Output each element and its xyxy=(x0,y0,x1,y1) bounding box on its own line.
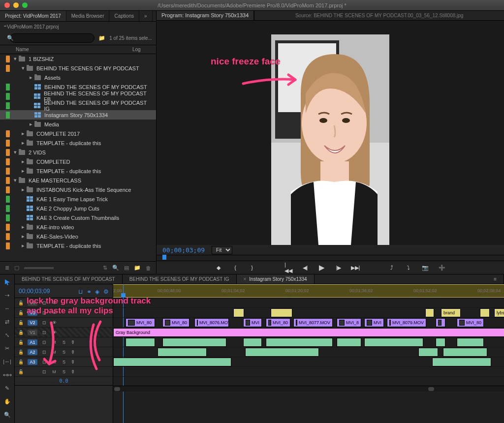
label-chip[interactable] xyxy=(6,224,10,231)
icon-view-icon[interactable]: ▢ xyxy=(14,265,19,271)
tree-row[interactable]: ▸COMPLETE 2017 xyxy=(0,129,156,138)
clip[interactable] xyxy=(425,308,434,317)
clip[interactable] xyxy=(245,348,319,357)
timeline-tab[interactable]: ×Instagram Story 750x1334 xyxy=(237,274,315,284)
clip[interactable]: MVI_80 xyxy=(457,318,484,327)
lock-icon[interactable]: 🔓 xyxy=(18,300,24,306)
find-icon[interactable]: 🔍 xyxy=(112,265,119,271)
label-chip[interactable] xyxy=(6,186,10,193)
step-back-icon[interactable]: ◀| xyxy=(301,264,309,272)
link-icon[interactable]: ⚭ xyxy=(87,288,92,294)
disclosure-icon[interactable]: ▸ xyxy=(21,242,26,249)
track-target[interactable]: A2 xyxy=(28,349,37,355)
tree-row[interactable]: KAE 3 Create Custom Thumbnails xyxy=(0,213,156,222)
new-bin-footer-icon[interactable]: 📁 xyxy=(134,265,141,271)
tree-row[interactable]: ▾2 VIDS xyxy=(0,148,156,157)
step-fwd-icon[interactable]: |▶ xyxy=(335,264,343,272)
clip[interactable] xyxy=(418,348,438,357)
sync-lock-icon[interactable]: ⊡ xyxy=(41,310,47,316)
clip[interactable] xyxy=(126,338,155,347)
sync-lock-icon[interactable]: ⊡ xyxy=(41,320,47,326)
label-chip[interactable] xyxy=(6,177,10,184)
new-item-icon[interactable]: ▤ xyxy=(124,265,129,271)
project-tab[interactable]: Media Browser xyxy=(66,11,110,21)
trash-icon[interactable]: 🗑 xyxy=(146,265,151,271)
sort-icon[interactable]: ⇅ xyxy=(103,265,107,271)
tree-row[interactable]: BEHIND THE SCENES OF MY PODCAST IG xyxy=(0,101,156,110)
zoom-slider[interactable] xyxy=(24,267,54,269)
label-chip[interactable] xyxy=(6,140,10,147)
list-view-icon[interactable]: ≣ xyxy=(5,265,9,271)
disclosure-icon[interactable]: ▾ xyxy=(13,149,18,155)
snap-icon[interactable]: ⊔ xyxy=(78,288,84,294)
time-ruler[interactable]: 2;0000;00;48;0000;01;04;0200;01;20;0200;… xyxy=(113,284,504,298)
label-chip[interactable] xyxy=(6,93,10,100)
mute-icon[interactable]: M xyxy=(51,369,57,375)
track-header[interactable]: 🔓A2⊡MS🎙 xyxy=(15,347,113,357)
slide-tool-icon[interactable]: ↤↦ xyxy=(3,370,12,379)
track-header[interactable]: 🔒V1⊡👁 xyxy=(15,328,113,337)
sync-lock-icon[interactable]: ⊡ xyxy=(41,369,47,375)
label-chip[interactable] xyxy=(6,242,10,249)
close-window-icon[interactable] xyxy=(4,2,10,8)
clip[interactable]: Gray Background xyxy=(113,328,504,337)
clip[interactable]: MVI_8077.MOV xyxy=(293,318,333,327)
disclosure-icon[interactable]: ▸ xyxy=(21,130,26,137)
solo-icon[interactable]: S xyxy=(61,339,67,345)
tree-row[interactable]: ▸Media xyxy=(0,120,156,129)
selection-tool-icon[interactable] xyxy=(3,277,12,286)
label-chip[interactable] xyxy=(6,84,10,91)
track-header[interactable]: 🔓⊡MS🎙 xyxy=(15,367,113,377)
tree-row[interactable]: Instagram Story 750x1334 xyxy=(0,110,156,120)
clip[interactable]: MVI_80 xyxy=(162,318,189,327)
clip[interactable] xyxy=(457,338,484,347)
scrub-playhead-icon[interactable] xyxy=(162,255,166,260)
tree-row[interactable]: ▾BEHIND THE SCENES OF MY PODCAST xyxy=(0,63,156,73)
track-target[interactable]: V2 xyxy=(28,320,37,326)
track-lane[interactable] xyxy=(113,347,504,357)
label-chip[interactable] xyxy=(6,149,10,156)
tree-row[interactable]: ▸Assets xyxy=(0,73,156,82)
solo-icon[interactable]: S xyxy=(61,349,67,355)
label-chip[interactable] xyxy=(6,205,10,212)
tree-row[interactable]: ▸COMPLETED xyxy=(0,157,156,166)
project-tree[interactable]: ▾1 BIZSHIZ▾BEHIND THE SCENES OF MY PODCA… xyxy=(0,54,156,261)
track-header[interactable]: 🔓A3⊡MS🎙 xyxy=(15,357,113,367)
solo-icon[interactable]: S xyxy=(61,369,67,375)
settings-icon[interactable]: ➕ xyxy=(438,264,446,272)
clip[interactable]: MVI_80 xyxy=(126,318,155,327)
track-lane[interactable] xyxy=(113,367,504,377)
clip[interactable]: MVI xyxy=(243,318,262,327)
clip[interactable]: MVI_8 xyxy=(337,318,361,327)
clip[interactable] xyxy=(271,308,292,317)
program-scrubber[interactable] xyxy=(157,255,504,261)
clip[interactable] xyxy=(436,318,445,327)
lock-icon[interactable]: 🔓 xyxy=(18,320,24,326)
voiceover-icon[interactable]: 🎙 xyxy=(71,350,75,355)
clip[interactable] xyxy=(113,358,231,366)
label-chip[interactable] xyxy=(6,168,10,175)
go-to-in-icon[interactable]: |◀◀ xyxy=(284,264,292,272)
clip[interactable] xyxy=(243,338,262,347)
program-timecode[interactable]: 00;00;03;09 xyxy=(162,246,205,254)
extract-icon[interactable]: ⤵ xyxy=(405,264,412,272)
clip[interactable] xyxy=(158,348,207,357)
slip-tool-icon[interactable]: |↔| xyxy=(3,357,12,366)
tree-row[interactable]: KAE 1 Easy Time Lapse Trick xyxy=(0,194,156,204)
sync-lock-icon[interactable]: ⊡ xyxy=(41,300,47,306)
track-target[interactable]: V1 xyxy=(28,330,37,335)
maximize-window-icon[interactable] xyxy=(22,2,28,8)
clip[interactable]: brand xyxy=(441,308,461,317)
clip[interactable]: MVI xyxy=(364,318,384,327)
minimize-window-icon[interactable] xyxy=(13,2,19,8)
master-level[interactable]: 0.0 xyxy=(15,377,113,386)
rolling-edit-tool-icon[interactable]: ⇄ xyxy=(3,317,12,326)
label-chip[interactable] xyxy=(6,130,10,137)
go-to-out-icon[interactable]: ▶▶| xyxy=(351,264,359,272)
project-tab[interactable]: Captions xyxy=(109,11,139,21)
new-bin-icon[interactable]: 📁 xyxy=(98,35,105,41)
clip[interactable] xyxy=(364,338,423,347)
clip[interactable]: MVI_8079.MOV xyxy=(387,318,426,327)
sync-lock-icon[interactable]: ⊡ xyxy=(41,339,47,345)
track-header[interactable]: 🔓V2⊡👁 xyxy=(15,318,113,328)
